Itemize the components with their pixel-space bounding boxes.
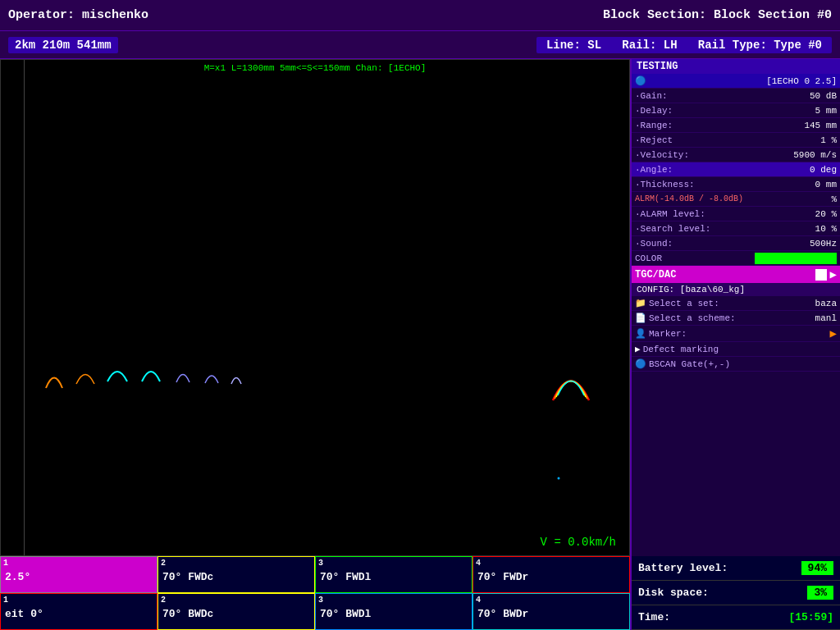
angle-item[interactable]: ·Angle: 0 deg [632, 162, 840, 177]
panel-title: TESTING [632, 59, 840, 74]
range-item[interactable]: ·Range: 145 mm [632, 118, 840, 133]
config-label: CONFIG: [baza\60_kg] [637, 285, 745, 294]
velocity-item[interactable]: ·Velocity: 5900 m/s [632, 148, 840, 162]
search-level-label: ·Search level: [635, 224, 788, 234]
header: Operator: mischenko Block Section: Block… [0, 0, 840, 31]
search-level-item[interactable]: ·Search level: 10 % [632, 221, 840, 236]
battery-label: Battery level: [638, 562, 801, 574]
defect-marking-item[interactable]: ▶Defect marking [632, 342, 840, 357]
time-label: Time: [638, 611, 788, 623]
cell-1-2[interactable]: 2 70° FWDc [158, 556, 315, 593]
defect-marking-label: ▶Defect marking [635, 344, 837, 354]
range-label: ·Range: [635, 121, 788, 130]
velocity-display: V = 0.0km/h [541, 536, 616, 549]
thickness-label: ·Thickness: [635, 180, 788, 189]
delay-value: 5 mm [788, 106, 837, 116]
main-area: M=x1 L=1300mm 5mm<=S<=150mm Chan: [1ECHO… [0, 59, 840, 556]
search-level-value: 10 % [788, 224, 837, 234]
bottom-area: 1 2.5° 2 70° FWDc 3 70° FWDl 4 70° FWDr … [0, 556, 840, 630]
block-section-label: Block Section: Block Section #0 [603, 8, 832, 22]
bscan-item[interactable]: 🔵BSCAN Gate(+,-) [632, 357, 840, 372]
angle-value: 0 deg [788, 165, 837, 175]
marker-arrow: ▶ [830, 326, 837, 340]
alarm-level-label: ·ALARM level: [635, 209, 788, 219]
alarm-level-value: 20 % [788, 209, 837, 219]
gain-value: 50 dB [788, 91, 837, 101]
svg-point-0 [558, 477, 560, 480]
marker-item[interactable]: 👤Marker: ▶ [632, 326, 840, 342]
select-set-item[interactable]: 📁Select a set: baza [632, 296, 840, 311]
color-bar [755, 253, 837, 264]
disk-label: Disk space: [638, 587, 807, 599]
select-set-label: 📁Select a set: [635, 298, 788, 308]
rail-info: Line: SL Rail: LH Rail Type: Type #0 [536, 37, 832, 53]
reject-value: 1 % [788, 135, 837, 145]
cell-1-4[interactable]: 4 70° FWDr [472, 556, 630, 593]
battery-value: 94% [801, 561, 833, 575]
velocity-label: ·Velocity: [635, 150, 788, 160]
sound-value: 500Hz [788, 239, 837, 249]
velocity-value: 5900 m/s [788, 150, 837, 160]
time-value: [15:59] [788, 611, 833, 623]
battery-cell: Battery level: 94% [632, 556, 840, 581]
select-scheme-item[interactable]: 📄Select a scheme: manl [632, 311, 840, 326]
tgc-label: TGC/DAC [635, 269, 815, 281]
alarm-db-item[interactable]: ALRM(-14.0dB / -8.0dB) % [632, 192, 840, 207]
right-panel: TESTING 🔵 [1ECHO 0 2.5] ·Gain: 50 dB ·De… [630, 59, 840, 556]
color-label: COLOR [635, 253, 755, 263]
cell-2-4[interactable]: 4 70° BWDr [472, 593, 630, 630]
coordinates: 2km 210m 541mm [8, 37, 118, 53]
channel-value: [1ECHO 0 2.5] [766, 76, 837, 86]
operator-label: Operator: mischenko [8, 8, 148, 22]
alarm-db-label: ALRM(-14.0dB / -8.0dB) [635, 194, 788, 203]
alarm-level-item[interactable]: ·ALARM level: 20 % [632, 207, 840, 221]
channel-icon: 🔵 [635, 75, 766, 86]
cell-1-3[interactable]: 3 70° FWDl [315, 556, 472, 593]
sound-label: ·Sound: [635, 239, 788, 249]
select-scheme-label: 📄Select a scheme: [635, 313, 788, 323]
bottom-right: Battery level: 94% Disk space: 3% Time: … [630, 556, 840, 630]
gain-label: ·Gain: [635, 91, 788, 101]
marker-label: 👤Marker: [635, 328, 830, 339]
delay-label: ·Delay: [635, 106, 788, 116]
alarm-db-value: % [788, 194, 837, 204]
delay-item[interactable]: ·Delay: 5 mm [632, 103, 840, 118]
tgc-square [815, 269, 827, 281]
channel-item[interactable]: 🔵 [1ECHO 0 2.5] [632, 74, 840, 89]
cell-2-1[interactable]: 1 eit 0° [0, 593, 158, 630]
config-row: CONFIG: [baza\60_kg] [632, 283, 840, 296]
scan-svg [1, 60, 629, 555]
thickness-item[interactable]: ·Thickness: 0 mm [632, 177, 840, 192]
time-cell: Time: [15:59] [632, 605, 840, 630]
tgc-row[interactable]: TGC/DAC ▶ [632, 266, 840, 283]
bottom-left: 1 2.5° 2 70° FWDc 3 70° FWDl 4 70° FWDr … [0, 556, 630, 630]
scan-area[interactable]: M=x1 L=1300mm 5mm<=S<=150mm Chan: [1ECHO… [0, 59, 630, 556]
bscan-label: 🔵BSCAN Gate(+,-) [635, 358, 837, 369]
cell-2-2[interactable]: 2 70° BWDc [158, 593, 315, 630]
thickness-value: 0 mm [788, 180, 837, 189]
disk-value: 3% [807, 586, 833, 600]
disk-cell: Disk space: 3% [632, 581, 840, 605]
tgc-arrow: ▶ [830, 267, 837, 281]
reject-label: ·Reject [635, 135, 788, 145]
cell-2-3[interactable]: 3 70° BWDl [315, 593, 472, 630]
select-set-value: baza [788, 299, 837, 308]
color-item[interactable]: COLOR [632, 251, 840, 266]
select-scheme-value: manl [788, 313, 837, 323]
sound-item[interactable]: ·Sound: 500Hz [632, 236, 840, 251]
range-value: 145 mm [788, 121, 837, 130]
gain-item[interactable]: ·Gain: 50 dB [632, 89, 840, 103]
reject-item[interactable]: ·Reject 1 % [632, 133, 840, 148]
sub-header: 2km 210m 541mm Line: SL Rail: LH Rail Ty… [0, 31, 840, 59]
angle-label: ·Angle: [635, 165, 788, 175]
cell-1-1[interactable]: 1 2.5° [0, 556, 158, 593]
